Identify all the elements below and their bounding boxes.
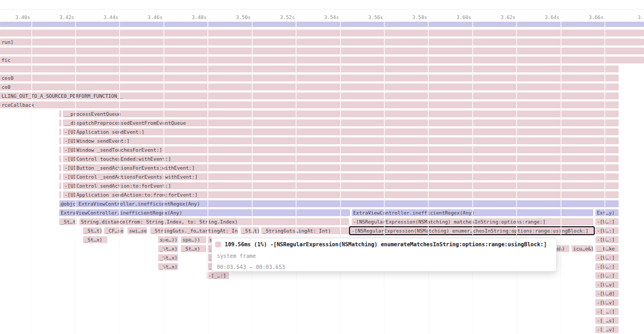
flame-bar[interactable] [59,155,61,162]
flame-bar[interactable]: __6…ke [595,245,619,252]
flame-bar[interactable]: -[UIButton _sendActionsForEvents:withEve… [63,164,619,171]
flame-bar[interactable]: _ [208,263,211,270]
flame-bar[interactable] [0,30,644,36]
flame-bar[interactable]: ExtraViewController.inefficientRegex(Any… [352,209,593,216]
tooltip-percent: (1%) [254,241,267,247]
flame-bar[interactable]: Ext…y) [595,209,619,216]
flame-bar[interactable]: _ [208,245,211,252]
tick-label: 3.48s [192,14,207,20]
flame-bar[interactable]: -[_…s] [595,317,619,324]
selected-flame-bar[interactable]: -[NSRegularExpression(NSMatching) enumer… [350,227,594,234]
flame-bar[interactable]: -[UIApplication sendAction:to:from:forEv… [63,191,619,198]
tick-label: 3.60s [456,14,471,20]
flame-bar[interactable]: -[_…:] [595,308,619,315]
tooltip-title: 109.56ms (1%) -[NSRegularExpression(NSMa… [215,241,547,247]
flame-bar[interactable] [59,110,61,117]
flame-bar[interactable]: _StringGuts._fo…tartingAt: Int) [150,227,238,234]
flame-bar[interactable]: -[U…:] [595,254,619,261]
flame-row: rceCallback [0,101,644,108]
flame-bar[interactable]: -[U…:] [595,218,619,225]
tick-label: 3.50s [236,14,251,20]
flame-row: -[UIApplication sendAction:to:from:forEv… [0,191,644,198]
flame-bar[interactable] [59,146,61,153]
flame-bar[interactable]: _St…x) [181,245,206,252]
flame-bar[interactable] [59,128,61,135]
timeline-ruler[interactable]: 3.40s3.42s3.44s3.46s3.48s3.50s3.52s3.54s… [0,0,644,21]
flame-bar[interactable]: String.distance(from: String.Index, to: … [79,218,349,225]
tooltip: 109.56ms (1%) -[NSRegularExpression(NSMa… [211,238,557,272]
flame-row: -[_…:]-[U…:] [0,272,644,279]
tick-label: 3.62s [501,14,516,20]
flame-bar[interactable]: -[UIWindow sendEvent:] [63,137,619,144]
flame-bar[interactable]: rceCallback [0,101,619,108]
flame-bar[interactable]: _CF…se [104,227,124,234]
flame-row: __processEventQueue [0,110,644,117]
flame-bar[interactable]: -[NSRegularExpression(NSMatching) matche… [352,218,593,225]
flame-bar[interactable]: spe…)) [158,236,178,243]
flame-bar[interactable]: icu…e&) [572,245,593,252]
flame-bar[interactable] [59,182,61,189]
flame-bar[interactable]: -[U…:] [595,236,619,243]
flame-bar[interactable]: -[UIWindow _sendTouchesForEvent:] [63,146,619,153]
tick-label: 3.42s [59,14,74,20]
flame-bar[interactable]: fic [0,57,644,63]
flame-bar[interactable]: -[U…d] [595,290,619,297]
tick-label: 3.52s [280,14,295,20]
flame-bar[interactable]: ExtraViewController.inefficientRegex(Any… [59,209,350,216]
flame-bar[interactable]: _St…t) [241,227,259,234]
flame-bar[interactable]: ce0 [0,84,619,90]
flame-bar[interactable]: -[UIControl touchesEnded:withEvent:] [63,155,619,162]
flame-bar[interactable] [59,164,61,171]
flame-bar[interactable]: -[_…:] [207,272,229,279]
flame-bar[interactable]: _St…x) [158,254,178,261]
flame-row: -[UIWindow _sendTouchesForEvent:] [0,146,644,153]
flame-bar[interactable]: @objc ExtraViewController.inefficientReg… [59,200,619,207]
tick-label: 3.40s [15,14,30,20]
flame-bar[interactable]: -[U…v] [595,281,619,288]
flame-bar[interactable]: __dispatchPreprocessedEventFromEventQueu… [63,119,619,126]
flame-bar[interactable]: _St…t) [59,218,77,225]
flame-bar[interactable]: run] [0,39,644,45]
tick-label: 3.58s [412,14,427,20]
flame-bar[interactable] [0,66,619,72]
flame-bar[interactable]: _St…x) [83,236,107,243]
flame-bar[interactable]: __processEventQueue [63,110,619,117]
flame-bar[interactable] [59,173,61,180]
flame-bar[interactable] [0,22,644,27]
flame-row: -[_…s] [0,317,644,324]
flame-bar[interactable]: -[U…:] [595,227,619,234]
flame-bar[interactable]: -[UIControl _sendActionsForEvents:withEv… [63,173,619,180]
flame-bar[interactable]: spe…)) [181,236,206,243]
flame-row: LLING_OUT_TO_A_SOURCE0_PERFORM_FUNCTION_… [0,92,644,99]
flame-bar[interactable]: s… [208,236,211,243]
flame-bar[interactable]: -[U…v] [595,299,619,306]
flame-bar[interactable] [59,137,61,144]
flame-bar[interactable]: -[UIApplication sendEvent:] [63,128,619,135]
flame-bar[interactable]: _St…x) [158,245,178,252]
tick-label: 3.64s [545,14,559,20]
flame-bar[interactable]: -[UIControl sendAction:to:forEvent:] [63,182,619,189]
flame-row: -[UIButton _sendActionsForEvents:withEve… [0,164,644,171]
flame-row: -[UIControl _sendActionsForEvents:withEv… [0,173,644,180]
flame-bar[interactable]: -[U…:] [595,263,619,270]
flame-bar[interactable]: -[U…:] [595,272,619,279]
tooltip-time-range: 00:03.543 — 00:03.653 [217,264,285,270]
flame-bar[interactable]: ces0 [0,75,619,81]
flame-bar[interactable] [0,48,644,54]
flame-row: @objc ExtraViewController.inefficientReg… [0,200,644,207]
flame-row: ExtraViewController.inefficientRegex(Any… [0,209,644,216]
flame-bar[interactable] [59,191,61,198]
flame-row [0,22,644,27]
flame-bar[interactable]: _StringGuts…ingAt: Int) [261,227,349,234]
flame-bar[interactable]: _ [208,254,211,261]
tooltip-duration: 109.56ms [225,241,251,247]
flame-bar[interactable]: _St…x) [158,263,178,270]
flame-bar[interactable]: _St…t) [83,227,102,234]
flame-bar[interactable]: swi…se [127,227,147,234]
flame-bar[interactable] [59,119,61,126]
tooltip-subtitle: system frame [217,253,256,259]
flame-bar[interactable]: LLING_OUT_TO_A_SOURCE0_PERFORM_FUNCTION_… [0,92,619,99]
flame-row: _St…t)_CF…seswi…se_StringGuts._fo…tartin… [0,227,644,234]
flame-row: __dispatchPreprocessedEventFromEventQueu… [0,119,644,126]
flame-bar[interactable]: -[_…v] [595,326,619,333]
